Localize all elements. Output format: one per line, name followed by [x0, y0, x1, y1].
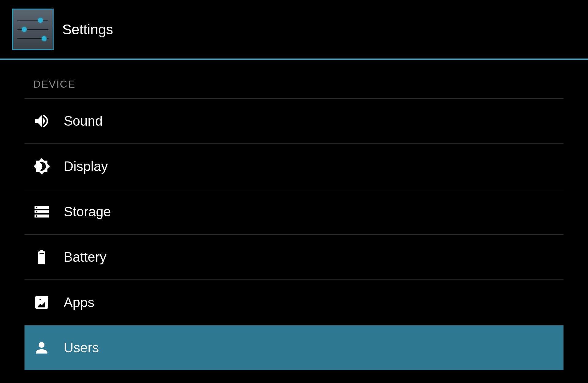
apps-icon	[33, 294, 50, 311]
settings-item-apps[interactable]: Apps	[24, 280, 564, 325]
settings-item-sound[interactable]: Sound	[24, 99, 564, 144]
storage-icon	[33, 203, 50, 220]
page-title: Settings	[62, 21, 113, 38]
section-header-device: DEVICE	[24, 60, 564, 99]
battery-icon	[33, 248, 50, 266]
settings-item-display[interactable]: Display	[24, 144, 564, 189]
content: DEVICE Sound Display	[0, 60, 588, 370]
item-label: Storage	[64, 204, 111, 219]
item-label: Display	[64, 159, 108, 174]
header: Settings	[0, 0, 588, 60]
settings-list: Sound Display Storage	[24, 99, 564, 370]
settings-icon	[12, 9, 54, 50]
svg-point-0	[40, 299, 41, 300]
item-label: Sound	[64, 113, 103, 129]
item-label: Users	[64, 340, 99, 355]
settings-item-users[interactable]: Users	[24, 325, 564, 370]
settings-item-battery[interactable]: Battery	[24, 235, 564, 280]
sound-icon	[33, 112, 50, 130]
item-label: Apps	[64, 295, 94, 310]
item-label: Battery	[64, 249, 106, 265]
display-icon	[33, 158, 50, 175]
settings-item-storage[interactable]: Storage	[24, 189, 564, 235]
users-icon	[33, 339, 50, 356]
